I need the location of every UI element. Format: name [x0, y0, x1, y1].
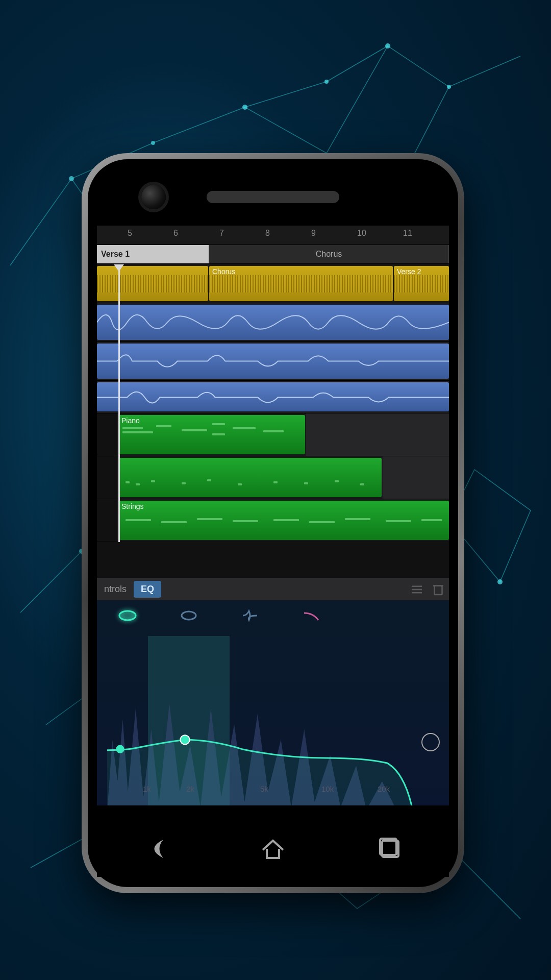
track-row-vocals[interactable]: Chorus Verse 2	[97, 264, 449, 303]
svg-point-1	[151, 141, 155, 145]
ruler-mark: 11	[403, 229, 412, 238]
marker-label: Chorus	[316, 250, 342, 259]
svg-point-4	[385, 43, 390, 48]
android-nav-bar	[97, 821, 449, 877]
eq-graph[interactable]: 1k 2k 5k 10k 20k	[107, 636, 418, 805]
eq-band-bell-icon[interactable]	[179, 608, 199, 623]
eq-band-highcut-icon[interactable]	[301, 608, 321, 623]
eq-band-lowshelf-icon[interactable]	[117, 608, 138, 623]
audio-region[interactable]	[97, 305, 449, 340]
phone-speaker	[207, 191, 339, 203]
svg-point-18	[182, 611, 196, 620]
timeline-ruler[interactable]: 5 6 7 8 9 10 11	[97, 226, 449, 245]
ruler-mark: 5	[128, 229, 132, 238]
svg-point-20	[180, 735, 189, 744]
home-icon[interactable]	[258, 834, 288, 864]
ruler-mark: 8	[265, 229, 270, 238]
svg-point-3	[324, 80, 329, 84]
list-icon[interactable]	[409, 582, 424, 597]
eq-axis-label: 10k	[321, 785, 334, 793]
eq-band-notch-icon[interactable]	[240, 608, 260, 623]
ruler-mark: 10	[357, 229, 366, 238]
phone-frame: 5 6 7 8 9 10 11 Verse 1 Chorus	[82, 153, 464, 893]
audio-region-chorus[interactable]: Chorus	[209, 266, 393, 301]
tab-eq[interactable]: EQ	[134, 581, 161, 598]
back-icon[interactable]	[140, 834, 171, 864]
app-screen: 5 6 7 8 9 10 11 Verse 1 Chorus	[97, 226, 449, 805]
marker-chorus[interactable]: Chorus	[209, 245, 449, 263]
eq-axis-label: 20k	[378, 785, 390, 793]
track-row-midi2[interactable]	[97, 456, 449, 499]
svg-point-8	[497, 579, 503, 584]
track-row-audio3[interactable]	[97, 381, 449, 413]
audio-region-verse2[interactable]: Verse 2	[394, 266, 449, 301]
midi-region-piano[interactable]: Piano	[118, 415, 305, 454]
delete-icon[interactable]	[431, 582, 446, 597]
track-row-strings[interactable]: Strings	[97, 499, 449, 542]
tab-controls[interactable]: ntrols	[97, 581, 134, 598]
track-row-audio1[interactable]	[97, 303, 449, 342]
eq-panel[interactable]: 1k 2k 5k 10k 20k Frequency 700 Hz Gain +…	[97, 600, 449, 805]
track-row-audio2[interactable]	[97, 342, 449, 381]
svg-point-0	[69, 176, 74, 181]
empty-area	[97, 542, 449, 578]
svg-point-2	[242, 105, 247, 110]
ruler-mark: 9	[311, 229, 316, 238]
eq-band-row	[97, 600, 449, 631]
marker-verse1[interactable]: Verse 1	[97, 245, 209, 263]
svg-rect-15	[435, 585, 442, 595]
recent-apps-icon[interactable]	[375, 834, 406, 864]
arrangement-markers[interactable]: Verse 1 Chorus	[97, 245, 449, 264]
marker-label: Verse 1	[101, 250, 130, 259]
ruler-mark: 6	[173, 229, 178, 238]
eq-axis-label: 2k	[186, 785, 194, 793]
phone-camera	[141, 185, 166, 209]
playhead[interactable]	[118, 264, 120, 542]
midi-region-strings[interactable]: Strings	[118, 501, 449, 540]
audio-region[interactable]	[97, 344, 449, 379]
eq-axis-label: 5k	[260, 785, 268, 793]
track-row-piano[interactable]: Piano	[97, 413, 449, 456]
audio-region[interactable]	[97, 382, 449, 411]
track-area[interactable]: Chorus Verse 2	[97, 264, 449, 542]
midi-region[interactable]	[118, 458, 382, 497]
svg-point-5	[447, 85, 451, 89]
lower-panel-tabs: ntrols EQ	[97, 578, 449, 600]
ruler-mark: 7	[219, 229, 224, 238]
svg-point-17	[119, 611, 136, 620]
svg-point-19	[116, 745, 124, 753]
eq-axis-label: 1k	[143, 785, 151, 793]
eq-gain-knob-icon[interactable]	[421, 733, 440, 751]
